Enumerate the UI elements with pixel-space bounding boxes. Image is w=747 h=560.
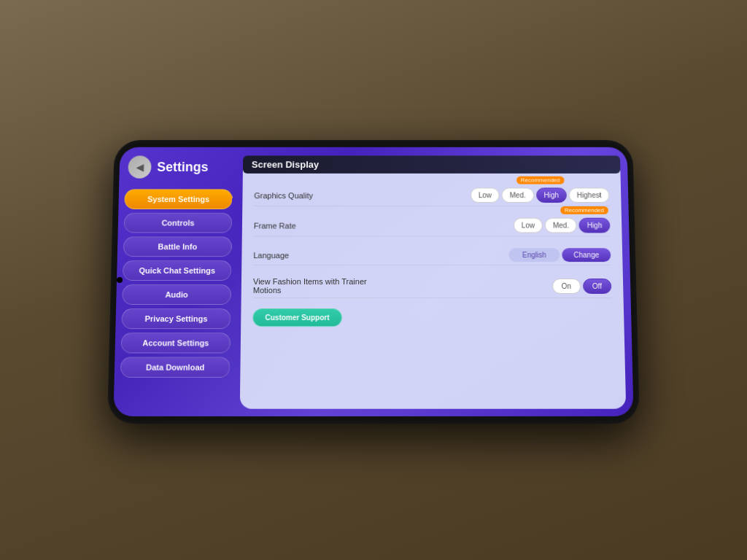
language-options: English Change [508,248,611,262]
sidebar-item-system-settings[interactable]: System Settings [124,189,232,209]
sidebar-item-controls[interactable]: Controls [124,213,233,233]
framerate-med-btn[interactable]: Med. [545,218,577,233]
language-change-btn[interactable]: Change [562,248,611,262]
sidebar-item-account-settings[interactable]: Account Settings [121,332,231,353]
graphics-low-btn[interactable]: Low [471,187,500,203]
customer-support-btn[interactable]: Customer Support [252,308,341,327]
language-current: English [508,248,560,262]
graphics-quality-label: Graphics Quality [254,191,370,200]
fashion-items-label: View Fashion Items with Trainer Motions [253,277,370,295]
graphics-highest-btn[interactable]: Highest [569,187,610,203]
language-label: Language [253,251,370,260]
graphics-quality-options: Recommended Low Med. High Highest [471,187,610,203]
sidebar-item-audio[interactable]: Audio [122,284,231,305]
frame-rate-recommended-badge: Recommended [560,206,608,214]
sidebar-item-quick-chat[interactable]: Quick Chat Settings [123,260,231,281]
graphics-high-btn[interactable]: High [536,187,568,203]
panel-title: Screen Display [243,155,621,173]
fashion-items-toggle: On Off [551,279,611,294]
header-row: ◀ Settings [125,155,233,178]
language-row: Language English Change [253,245,611,265]
frame-rate-label: Frame Rate [254,221,370,230]
sidebar-item-battle-info[interactable]: Battle Info [123,236,232,257]
back-button[interactable]: ◀ [128,155,151,178]
graphics-quality-row: Graphics Quality Recommended Low Med. Hi… [254,185,610,206]
graphics-recommended-badge: Recommended [516,176,565,184]
sidebar: ◀ Settings System Settings Controls Batt… [113,147,239,416]
framerate-high-btn[interactable]: High [579,218,611,233]
graphics-med-btn[interactable]: Med. [502,187,534,203]
fashion-on-btn[interactable]: On [551,279,581,294]
framerate-low-btn[interactable]: Low [514,218,543,233]
table-surface: ◀ Settings System Settings Controls Batt… [0,0,747,560]
main-content: Screen Display Graphics Quality Recommen… [236,147,634,416]
page-title: Settings [157,160,209,174]
frame-rate-row: Frame Rate Recommended Low Med. High [254,215,611,237]
sidebar-item-data-download[interactable]: Data Download [120,357,231,378]
phone-device: ◀ Settings System Settings Controls Batt… [107,140,640,424]
frame-rate-options: Recommended Low Med. High [514,218,611,233]
fashion-off-btn[interactable]: Off [583,279,612,294]
settings-panel: Screen Display Graphics Quality Recommen… [240,155,626,408]
sidebar-item-privacy-settings[interactable]: Privacy Settings [121,308,231,329]
phone-screen: ◀ Settings System Settings Controls Batt… [113,147,633,416]
fashion-items-row: View Fashion Items with Trainer Motions … [253,274,612,298]
customer-support-row: Customer Support [252,307,612,327]
